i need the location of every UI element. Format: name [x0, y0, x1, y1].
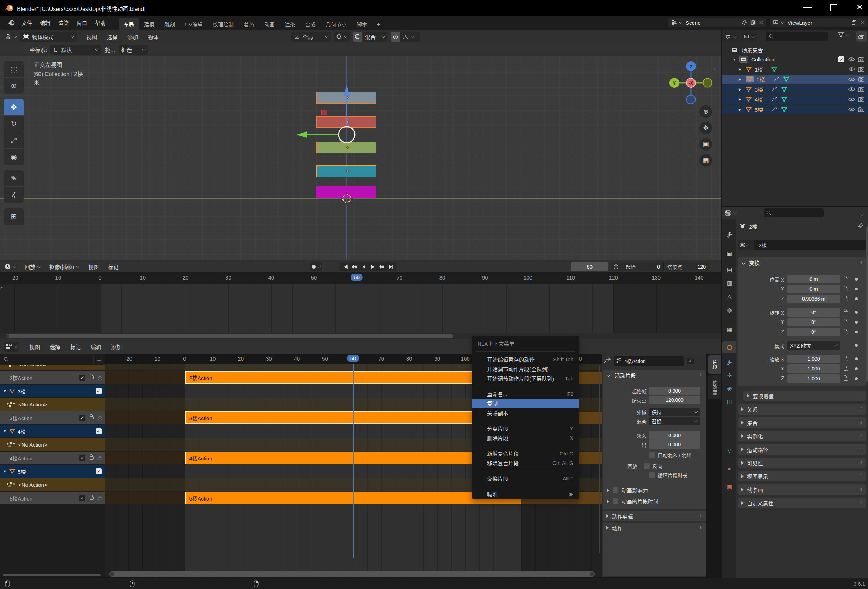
subpanel-strip-time[interactable]: 动画的片段时间: [607, 497, 658, 505]
transform-field-缩放 X[interactable]: 1.000: [787, 355, 840, 363]
panel-自定义属性[interactable]: 自定义属性⠿: [738, 498, 866, 508]
outliner-object-4楼[interactable]: ▶ 4楼: [722, 95, 868, 104]
workspace-tab-5[interactable]: 着色: [239, 18, 259, 30]
collapse-icon[interactable]: ▼: [732, 57, 736, 61]
timeline-menu-3[interactable]: 标记: [103, 259, 123, 274]
tool-rotate[interactable]: ↻: [4, 116, 24, 132]
viewport-menu-3[interactable]: 物体: [143, 29, 163, 44]
workspace-tab-2[interactable]: 雕刻: [159, 18, 180, 30]
panel-集合[interactable]: 集合⠿: [738, 417, 866, 428]
transform-field-模式[interactable]: XYZ 欧拉: [787, 341, 840, 350]
play-button[interactable]: [368, 262, 377, 271]
falloff-selector[interactable]: [391, 32, 400, 41]
sidebar-field-出[interactable]: 0.000: [649, 440, 700, 449]
camera-icon[interactable]: [858, 87, 865, 92]
sidebar-field-淡入[interactable]: 0.000: [649, 431, 700, 440]
viewport-grid-toggle-button[interactable]: ▦: [700, 154, 712, 167]
workspace-tab-9[interactable]: 几何节点: [320, 18, 351, 30]
lock-icon[interactable]: [844, 286, 848, 293]
sync-length-checkbox[interactable]: [649, 472, 655, 478]
decorator-dot[interactable]: [855, 311, 858, 314]
blend-mode-selector[interactable]: 混合: [363, 32, 387, 41]
tab-world[interactable]: ◍: [722, 304, 737, 316]
jump-to-end-button[interactable]: [387, 262, 396, 271]
object-name-field[interactable]: 2楼: [738, 240, 866, 250]
camera-icon[interactable]: [858, 97, 865, 102]
expand-icon[interactable]: ▶: [738, 97, 741, 101]
next-keyframe-button[interactable]: [377, 262, 387, 271]
tool-scale[interactable]: ⤢: [4, 132, 24, 149]
timeline-menu-1[interactable]: 抠像(插帧): [45, 259, 84, 274]
decorator-dot[interactable]: [855, 367, 858, 370]
panel-变换增量[interactable]: 变换增量: [744, 390, 866, 401]
collection-checkbox[interactable]: ✓: [838, 56, 844, 62]
eye-icon[interactable]: [848, 107, 855, 112]
outliner-object-1楼[interactable]: ▶ 1楼: [722, 65, 868, 74]
timeline-menu-2[interactable]: 视图: [84, 259, 103, 274]
context-menu-item-删除片段[interactable]: 删除片段 X: [472, 433, 579, 443]
tool-add-cube[interactable]: ⊞: [4, 208, 24, 225]
workspace-tab-10[interactable]: 脚本: [351, 18, 372, 30]
eye-icon[interactable]: [848, 97, 855, 102]
sidebar-field-结束点[interactable]: 120.000: [649, 396, 700, 404]
expand-icon[interactable]: ▶: [738, 87, 741, 91]
tab-output[interactable]: ▤: [722, 264, 737, 275]
viewport-menu-0[interactable]: 视图: [81, 29, 102, 44]
timeline-ruler[interactable]: -20-100102030405060708090100110120130140: [0, 272, 721, 284]
properties-search-field[interactable]: [763, 208, 824, 218]
outliner-filter-button[interactable]: [838, 32, 849, 38]
timeline-editor-type-button[interactable]: [4, 263, 16, 270]
workspace-tab-1[interactable]: 建模: [139, 18, 159, 30]
context-menu-item-开始调节动作片段(全队列)[interactable]: 开始调节动作片段(全队列): [472, 364, 579, 374]
nla-search-field[interactable]: [1, 355, 93, 364]
subpanel-influence[interactable]: 动画影响力: [607, 486, 648, 494]
tool-annotate[interactable]: ✎: [4, 170, 24, 187]
lock-icon[interactable]: [844, 366, 848, 372]
blender-menu-icon[interactable]: [5, 18, 18, 27]
tool-select-box[interactable]: ⬚: [4, 61, 24, 77]
maximize-button[interactable]: [830, 4, 837, 11]
outliner-object-3楼[interactable]: ▶ 3楼: [722, 85, 868, 94]
menubar-menu-2[interactable]: 渲染: [54, 15, 73, 30]
decorator-dot[interactable]: [855, 278, 858, 281]
decorator-dot[interactable]: [855, 344, 858, 347]
expand-icon[interactable]: ▶: [738, 107, 741, 111]
nla-scrollbar[interactable]: [109, 571, 595, 577]
context-menu-item-交换片段[interactable]: 交换片段 Alt F: [472, 474, 579, 483]
timeline-menu-0[interactable]: 回放: [20, 259, 45, 274]
jump-to-start-button[interactable]: [341, 262, 350, 271]
nla-menu-0[interactable]: 视图: [24, 339, 45, 354]
action-clip-panel[interactable]: 动作剪辑 ⠿: [603, 511, 706, 521]
timeline-scrollbar[interactable]: [6, 334, 453, 338]
new-collection-button[interactable]: [856, 31, 867, 41]
properties-pin-icon[interactable]: [858, 223, 864, 229]
pin-icon[interactable]: [742, 20, 747, 25]
tab-object[interactable]: ▢: [722, 341, 737, 353]
decorator-dot[interactable]: [855, 288, 858, 290]
timeline-playhead[interactable]: [356, 284, 356, 333]
camera-icon[interactable]: [858, 107, 865, 112]
mode-selector[interactable]: 物体模式: [20, 32, 77, 41]
tab-data[interactable]: ▽: [722, 445, 737, 456]
eye-icon[interactable]: [848, 66, 855, 72]
decorator-dot[interactable]: [855, 331, 858, 333]
close-button[interactable]: ✕: [856, 3, 863, 11]
tab-physics[interactable]: ◉: [722, 383, 737, 395]
workspace-tab-8[interactable]: 合成: [300, 18, 320, 30]
tab-material[interactable]: ●: [722, 462, 737, 474]
decorator-dot[interactable]: [855, 321, 858, 324]
snap-toggle[interactable]: [334, 32, 350, 41]
lock-icon[interactable]: [844, 309, 848, 316]
transform-grip-icon[interactable]: ⠿: [859, 261, 862, 265]
transform-orientation-selector[interactable]: 全局: [291, 32, 331, 41]
prev-keyframe-button[interactable]: [350, 262, 359, 271]
eye-icon[interactable]: [848, 77, 855, 82]
move-gizmo[interactable]: [293, 83, 356, 199]
select-mode-selector[interactable]: 框选: [118, 45, 148, 54]
reversed-checkbox[interactable]: [644, 463, 650, 469]
outliner-display-mode[interactable]: [723, 32, 738, 41]
workspace-tab-3[interactable]: UV编辑: [180, 18, 208, 30]
auto-blend-checkbox[interactable]: [649, 452, 655, 458]
context-menu-item-吸附[interactable]: 吸附 ▶: [472, 489, 579, 499]
transform-field-旋转 X[interactable]: 0°: [787, 308, 840, 317]
